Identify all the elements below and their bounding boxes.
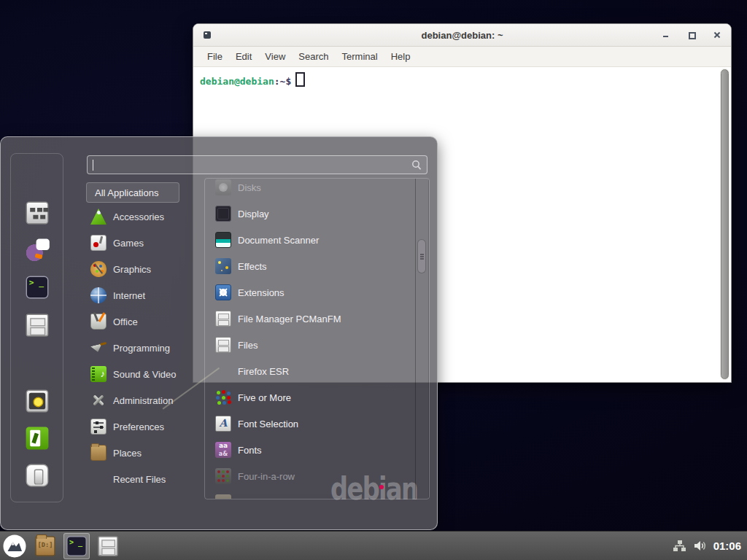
app-files[interactable]: Files xyxy=(205,332,416,358)
system-tray: 01:06 xyxy=(673,540,747,552)
favorite-screensaver[interactable] xyxy=(26,389,49,412)
menubar-item[interactable]: Terminal xyxy=(336,51,384,62)
terminal-menubar: FileEditViewSearchTerminalHelp xyxy=(193,47,731,67)
taskbar-terminal[interactable] xyxy=(63,533,90,559)
cabinet-icon xyxy=(26,314,48,336)
empty-icon-slot xyxy=(90,471,107,487)
prompt-user: debian@debian xyxy=(200,76,274,87)
app-effects[interactable]: Effects xyxy=(205,253,416,279)
window-title: debian@debian: ~ xyxy=(193,30,731,41)
display-icon xyxy=(215,206,231,222)
taskbar-file-manager[interactable] xyxy=(32,533,58,559)
category-preferences[interactable]: Preferences xyxy=(86,413,201,440)
taskbar-clock[interactable]: 01:06 xyxy=(713,540,741,552)
favorites-column xyxy=(10,153,63,502)
favorite-pidgin[interactable] xyxy=(26,239,49,262)
category-sound-video[interactable]: Sound & Video xyxy=(86,361,201,387)
apps-scrollbar-thumb[interactable] xyxy=(417,239,426,273)
apps-panel: DisksDisplayDocument ScannerEffectsExten… xyxy=(204,178,430,499)
shutdown-icon xyxy=(26,464,48,487)
prompt-suffix: :~$ xyxy=(274,76,291,87)
category-places[interactable]: Places xyxy=(86,440,201,466)
app-disks[interactable]: Disks xyxy=(205,178,416,201)
category-games[interactable]: Games xyxy=(86,230,201,256)
menubar-item[interactable]: File xyxy=(201,51,229,62)
effects-icon xyxy=(215,258,231,274)
screensaver-icon xyxy=(26,389,48,412)
desktop: debian@debian: ~ FileEditViewSearchTermi… xyxy=(0,0,747,560)
terminal-titlebar[interactable]: debian@debian: ~ xyxy=(193,24,731,47)
fonts-icon xyxy=(215,442,231,458)
programming-icon xyxy=(90,340,107,356)
terminal-app-icon xyxy=(204,31,211,39)
minimize-icon[interactable] xyxy=(661,30,671,40)
menu-logo-icon xyxy=(2,534,27,559)
app-four-in-a-row[interactable]: Four-in-a-row xyxy=(205,463,416,489)
application-menu: debian All Applications AccessoriesGames… xyxy=(0,136,438,530)
menu-button[interactable] xyxy=(2,534,27,559)
firefox-icon xyxy=(26,164,48,187)
close-icon[interactable] xyxy=(712,30,722,40)
terminal-scrollbar[interactable] xyxy=(720,69,729,380)
menubar-item[interactable]: View xyxy=(258,51,292,62)
preferences-icon xyxy=(90,419,107,435)
terminal-scrollbar-thumb[interactable] xyxy=(721,69,729,379)
folder-tan-icon xyxy=(35,536,55,556)
favorite-logout[interactable] xyxy=(26,427,49,450)
places-icon xyxy=(90,445,107,461)
search-box[interactable] xyxy=(87,155,427,174)
fourinarow-icon xyxy=(215,468,231,484)
app-display[interactable]: Display xyxy=(205,201,416,227)
app-fonts[interactable]: Fonts xyxy=(205,437,416,463)
apps-list: DisksDisplayDocument ScannerEffectsExten… xyxy=(205,178,416,499)
app-font-selection[interactable]: Font Selection xyxy=(205,411,416,437)
menubar-item[interactable]: Help xyxy=(384,51,417,62)
terminal-icon xyxy=(26,276,48,299)
favorite-software[interactable] xyxy=(26,201,49,224)
category-office[interactable]: Office xyxy=(86,308,201,335)
prompt-line: debian@debian:~$ xyxy=(200,72,305,87)
category-recent-files[interactable]: Recent Files xyxy=(86,466,201,492)
window-controls xyxy=(661,24,722,46)
taskbar: 01:06 xyxy=(0,531,747,560)
app-extensions[interactable]: Extensions xyxy=(205,279,416,306)
maximize-icon[interactable] xyxy=(686,30,697,40)
disks-icon xyxy=(215,179,231,195)
cabinet-icon xyxy=(98,536,118,556)
admin-icon xyxy=(90,392,107,408)
terminal-icon xyxy=(66,536,87,556)
volume-icon[interactable] xyxy=(693,540,707,552)
category-all-applications[interactable]: All Applications xyxy=(86,182,179,203)
menubar-item[interactable]: Search xyxy=(292,51,335,62)
category-administration[interactable]: Administration xyxy=(86,387,201,413)
extensions-icon xyxy=(215,284,231,300)
taskbar-launchers xyxy=(32,533,121,559)
graphics-icon xyxy=(90,261,107,277)
taskbar-files[interactable] xyxy=(95,533,121,559)
category-accessories[interactable]: Accessories xyxy=(86,203,201,230)
accessories-icon xyxy=(90,209,107,225)
category-graphics[interactable]: Graphics xyxy=(86,256,201,282)
app-document-scanner[interactable]: Document Scanner xyxy=(205,227,416,253)
app-file-manager-pcmanfm[interactable]: File Manager PCManFM xyxy=(205,306,416,332)
logout-icon xyxy=(26,427,48,450)
search-input[interactable] xyxy=(88,156,427,174)
menubar-item[interactable]: Edit xyxy=(229,51,258,62)
software-icon xyxy=(26,201,48,224)
soundvideo-icon xyxy=(90,366,107,382)
app-gdebi-package-installer[interactable]: GDebi Package Installer xyxy=(205,489,416,499)
favorite-terminal[interactable] xyxy=(26,276,49,299)
games-icon xyxy=(90,235,107,251)
category-programming[interactable]: Programming xyxy=(86,335,201,361)
office-icon xyxy=(90,314,107,330)
app-five-or-more[interactable]: Five or More xyxy=(205,384,416,411)
category-internet[interactable]: Internet xyxy=(86,282,201,308)
app-firefox-esr[interactable]: Firefox ESR xyxy=(205,358,416,384)
apps-scrollbar[interactable] xyxy=(415,179,429,499)
favorite-shutdown[interactable] xyxy=(26,464,49,487)
favorite-firefox[interactable] xyxy=(26,164,49,187)
favorite-files[interactable] xyxy=(26,314,49,336)
fontsel-icon xyxy=(215,416,231,432)
network-icon[interactable] xyxy=(673,540,686,552)
pidgin-icon xyxy=(26,239,48,262)
